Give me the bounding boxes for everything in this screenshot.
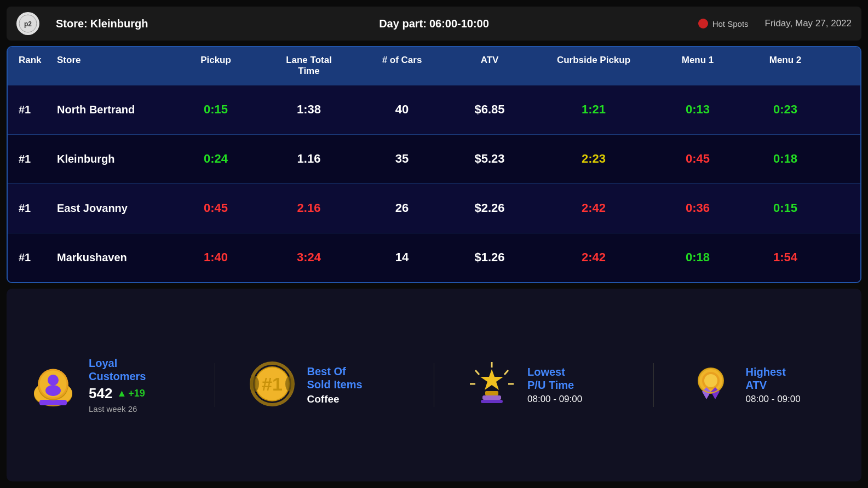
logo-icon: p2 [16, 12, 39, 35]
highest-atv-card: HighestATV 08:00 - 09:00 [687, 360, 840, 410]
store-4: Markushaven [51, 246, 172, 269]
cars-1: 40 [358, 97, 446, 122]
svg-rect-22 [485, 391, 498, 395]
best-sold-card: #1 Best OfSold Items Coffee [248, 360, 401, 410]
menu2-2: 0:18 [741, 146, 829, 171]
col-menu2: Menu 2 [741, 47, 829, 85]
hotspot-label: Hot Spots [712, 19, 749, 28]
lane-1: 1:38 [260, 97, 358, 122]
menu1-4: 0:18 [654, 245, 741, 270]
table-row: #1 Kleinburgh 0:24 1.16 35 $5.23 2:23 0:… [8, 134, 860, 183]
table-header: Rank Store Pickup Lane TotalTime # of Ca… [8, 47, 860, 85]
divider-2 [434, 363, 434, 407]
curbside-3: 2:42 [533, 196, 654, 221]
col-rank: Rank [8, 47, 51, 85]
lowest-pu-text: LowestP/U Time 08:00 - 09:00 [527, 365, 582, 405]
pickup-4: 1:40 [172, 245, 260, 270]
lowest-pu-icon [467, 359, 516, 411]
curbside-1: 1:21 [533, 97, 654, 122]
pickup-2: 0:24 [172, 146, 260, 171]
lane-3: 2.16 [260, 196, 358, 221]
highest-atv-icon [687, 360, 735, 410]
svg-line-18 [504, 370, 508, 375]
menu1-3: 0:36 [654, 196, 741, 221]
divider-1 [215, 363, 215, 407]
loyal-customers-delta: ▲ +19 [117, 388, 145, 399]
store-1: North Bertrand [51, 98, 172, 122]
menu2-3: 0:15 [741, 196, 829, 221]
cars-2: 35 [358, 146, 446, 171]
lowest-pu-title: LowestP/U Time [527, 365, 582, 392]
col-pickup: Pickup [172, 47, 260, 85]
hotspot: Hot Spots [698, 19, 749, 28]
svg-rect-24 [481, 400, 503, 403]
atv-3: $2.26 [446, 196, 533, 221]
loyal-customers-text: LoyalCustomers 542 ▲ +19 Last week 26 [89, 357, 146, 414]
svg-line-17 [475, 370, 479, 375]
bottom-stats: LoyalCustomers 542 ▲ +19 Last week 26 #1 [7, 289, 861, 481]
rank-4: #1 [8, 246, 51, 269]
svg-rect-4 [39, 400, 67, 405]
lane-4: 3:24 [260, 245, 358, 270]
highest-atv-time: 08:00 - 09:00 [746, 394, 801, 405]
rank-3: #1 [8, 197, 51, 220]
menu2-4: 1:54 [741, 245, 829, 270]
pickup-3: 0:45 [172, 196, 260, 221]
table-row: #1 East Jovanny 0:45 2.16 26 $2.26 2:42 … [8, 183, 860, 233]
table-row: #1 Markushaven 1:40 3:24 14 $1.26 2:42 0… [8, 233, 860, 282]
divider-3 [653, 363, 654, 407]
cars-4: 14 [358, 245, 446, 270]
menu2-1: 0:23 [741, 97, 829, 122]
menu1-1: 0:13 [654, 97, 741, 122]
atv-1: $6.85 [446, 97, 533, 122]
loyal-customers-lastweek: Last week 26 [89, 404, 146, 414]
logo: p2 [16, 12, 39, 35]
hotspot-icon [698, 19, 708, 28]
rank-2: #1 [8, 147, 51, 171]
data-table: Rank Store Pickup Lane TotalTime # of Ca… [7, 46, 861, 283]
best-sold-text: Best OfSold Items Coffee [307, 365, 363, 405]
svg-point-7 [48, 375, 59, 386]
header: p2 Store: Kleinburgh Day part: 06:00-10:… [7, 7, 861, 41]
lowest-pu-card: LowestP/U Time 08:00 - 09:00 [467, 359, 620, 411]
svg-marker-21 [480, 369, 503, 390]
best-sold-item: Coffee [307, 393, 363, 405]
lane-2: 1.16 [260, 146, 358, 171]
atv-2: $5.23 [446, 146, 533, 171]
best-sold-title: Best OfSold Items [307, 365, 363, 391]
svg-point-14 [250, 376, 259, 392]
menu1-2: 0:45 [654, 146, 741, 171]
col-store: Store [51, 47, 172, 85]
col-cars: # of Cars [358, 47, 446, 85]
col-menu1: Menu 1 [654, 47, 741, 85]
highest-atv-title: HighestATV [746, 365, 801, 392]
svg-text:#1: #1 [262, 374, 283, 394]
svg-rect-23 [482, 395, 501, 400]
store-2: Kleinburgh [51, 147, 172, 171]
store-label: Store: Kleinburgh [56, 18, 148, 30]
rank-1: #1 [8, 98, 51, 122]
date-display: Friday, May 27, 2022 [765, 18, 852, 29]
loyal-customers-value: 542 ▲ +19 [89, 385, 146, 402]
best-sold-icon: #1 [248, 360, 296, 410]
highest-atv-text: HighestATV 08:00 - 09:00 [746, 365, 801, 405]
col-curbside: Curbside Pickup [533, 47, 654, 85]
lowest-pu-time: 08:00 - 09:00 [527, 394, 582, 405]
col-atv: ATV [446, 47, 533, 85]
loyal-customers-icon [28, 360, 78, 410]
svg-point-8 [45, 385, 61, 396]
table-row: #1 North Bertrand 0:15 1:38 40 $6.85 1:2… [8, 85, 860, 134]
svg-point-28 [704, 374, 717, 387]
curbside-4: 2:42 [533, 245, 654, 270]
cars-3: 26 [358, 196, 446, 221]
svg-text:p2: p2 [24, 20, 32, 28]
store-3: East Jovanny [51, 197, 172, 220]
loyal-customers-card: LoyalCustomers 542 ▲ +19 Last week 26 [28, 357, 182, 414]
daypart-label: Day part: 06:00-10:00 [170, 18, 698, 30]
curbside-2: 2:23 [533, 146, 654, 171]
svg-point-15 [285, 376, 294, 392]
loyal-customers-title: LoyalCustomers [89, 357, 146, 383]
atv-4: $1.26 [446, 245, 533, 270]
pickup-1: 0:15 [172, 97, 260, 122]
col-lane-total: Lane TotalTime [260, 47, 358, 85]
